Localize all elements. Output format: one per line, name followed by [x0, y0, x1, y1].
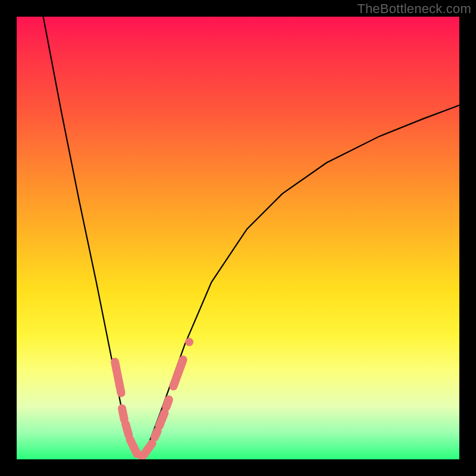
- curve-right: [140, 105, 459, 459]
- pink-segment: [166, 400, 168, 408]
- chart-stage: TheBottleneck.com: [0, 0, 476, 476]
- pink-segment: [126, 424, 129, 435]
- pink-dot: [185, 338, 193, 346]
- pink-segment: [142, 443, 152, 456]
- pink-segment: [155, 431, 157, 437]
- pink-segment: [173, 360, 183, 387]
- watermark-text: TheBottleneck.com: [357, 1, 471, 17]
- chart-svg: [17, 17, 459, 459]
- pink-segment: [130, 440, 137, 455]
- curve-left: [43, 17, 141, 459]
- right-curve-path: [140, 105, 459, 459]
- pink-segment: [115, 362, 121, 393]
- plot-area: [17, 17, 459, 459]
- pink-segment: [122, 408, 124, 419]
- pink-highlights: [115, 338, 193, 457]
- left-curve-path: [43, 17, 141, 459]
- pink-segment: [159, 413, 165, 426]
